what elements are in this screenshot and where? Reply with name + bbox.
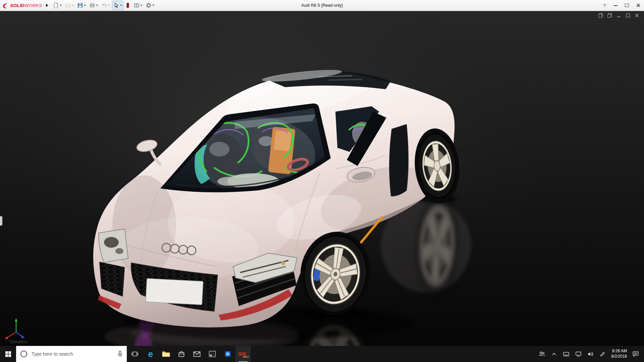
display-pane-icon (133, 2, 140, 8)
app-file-explorer[interactable] (158, 346, 174, 362)
app-console[interactable] (205, 346, 220, 362)
doc-close-icon[interactable] (635, 13, 639, 18)
dropdown-arrow-icon (60, 5, 62, 6)
instant3d-button[interactable] (124, 1, 131, 10)
quick-access-toolbar (52, 1, 156, 10)
app-solidworks[interactable]: SW 2017 (235, 346, 251, 362)
help-button[interactable]: ? (599, 3, 610, 8)
volume-icon (588, 352, 593, 357)
titlebar: SOLIDWORKS (0, 0, 644, 11)
logo-text: SOLIDWORKS (10, 3, 42, 8)
minimize-button[interactable] (610, 0, 621, 11)
menu-flyout-button[interactable] (44, 2, 50, 9)
open-folder-icon (65, 2, 71, 8)
app-edge[interactable]: e (143, 346, 158, 362)
sw-year: 2017 (243, 355, 249, 358)
display-tray-button[interactable] (572, 346, 584, 362)
dassault-swoosh-icon (2, 2, 9, 9)
license-plate (146, 279, 203, 305)
pen-icon (600, 352, 605, 357)
solidworks-app-icon: SW 2017 (238, 350, 248, 358)
close-icon (636, 3, 640, 7)
display-icon (576, 352, 581, 357)
dropdown-arrow-icon (140, 5, 142, 6)
microphone-icon[interactable] (117, 351, 123, 357)
dropdown-arrow-icon (96, 5, 98, 6)
action-center-icon (633, 351, 639, 357)
windows-logo-icon (5, 351, 11, 357)
left-headlight (99, 229, 128, 262)
clock-date: 8/2/2018 (611, 354, 627, 359)
maximize-icon (625, 4, 629, 7)
action-center-button[interactable] (630, 346, 644, 362)
store-bag-icon (178, 350, 185, 358)
doc-restore-icon[interactable] (598, 13, 603, 18)
taskbar-search[interactable] (16, 346, 127, 362)
printer-icon (89, 2, 95, 8)
mail-envelope-icon (193, 351, 201, 357)
people-button[interactable] (536, 346, 548, 362)
dropdown-arrow-icon (84, 5, 86, 6)
gear-icon (146, 2, 152, 8)
logo-suffix: WORKS (24, 3, 42, 8)
instant3d-icon (125, 2, 130, 8)
keyboard-tray-button[interactable] (560, 346, 572, 362)
start-button[interactable] (0, 346, 16, 362)
dropdown-arrow-icon (120, 5, 122, 6)
options-button[interactable] (144, 1, 156, 10)
logo-prefix: SOLID (10, 3, 24, 8)
titlebar-controls: ? (599, 0, 644, 11)
display-pane-button[interactable] (132, 1, 144, 10)
keyboard-icon (563, 352, 569, 356)
app-mail[interactable] (189, 346, 205, 362)
chevron-up-icon (552, 353, 556, 356)
maximize-button[interactable] (621, 0, 633, 11)
select-cursor-icon (113, 2, 119, 8)
dropdown-arrow-icon (152, 5, 154, 6)
doc-minimize-icon[interactable] (616, 13, 621, 18)
solidworks-logo: SOLIDWORKS (2, 2, 44, 9)
windows-taskbar: e SW 2017 (0, 346, 644, 362)
undo-button[interactable] (100, 1, 111, 10)
file-explorer-icon (162, 351, 170, 357)
task-view-button[interactable] (127, 346, 143, 362)
taskbar-clock[interactable]: 8:26 AM 8/2/2018 (608, 349, 630, 359)
volume-button[interactable] (584, 346, 596, 362)
new-document-button[interactable] (52, 1, 63, 10)
save-floppy-icon (77, 2, 83, 8)
feature-manager-collapsed-handle[interactable] (0, 216, 2, 226)
people-icon (539, 351, 545, 357)
task-view-icon (131, 351, 138, 357)
undo-arrow-icon (101, 2, 107, 8)
doc-maximize-icon[interactable] (626, 13, 630, 18)
app-store[interactable] (174, 346, 189, 362)
close-button[interactable] (633, 0, 644, 11)
select-tool-button[interactable] (112, 1, 123, 10)
console-window-icon (209, 351, 216, 357)
hidden-icons-button[interactable] (548, 346, 560, 362)
edge-icon: e (148, 350, 153, 358)
flyout-arrow-icon (46, 4, 48, 7)
save-button[interactable] (76, 1, 87, 10)
app-edrawings[interactable] (220, 346, 235, 362)
dropdown-arrow-icon (72, 5, 74, 6)
document-window-controls (598, 13, 639, 18)
dropdown-arrow-icon (108, 5, 110, 6)
cortana-icon[interactable] (20, 350, 28, 358)
print-button[interactable] (88, 1, 99, 10)
pen-tray-button[interactable] (596, 346, 608, 362)
blue-cube-icon (224, 350, 231, 358)
open-document-button[interactable] (64, 1, 75, 10)
doc-new-window-icon[interactable] (607, 13, 612, 18)
clock-time: 8:26 AM (611, 349, 627, 354)
minimize-icon (614, 5, 618, 6)
search-input[interactable] (31, 351, 114, 357)
view-orientation-label: *Dimetric (9, 339, 28, 344)
new-document-icon (53, 2, 59, 8)
window-title: Audi R8 S [Read-only] (301, 3, 343, 8)
audi-r8-model-render (0, 11, 644, 346)
system-tray: 8:26 AM 8/2/2018 (536, 346, 644, 362)
graphics-viewport[interactable]: *Dimetric (0, 11, 644, 346)
